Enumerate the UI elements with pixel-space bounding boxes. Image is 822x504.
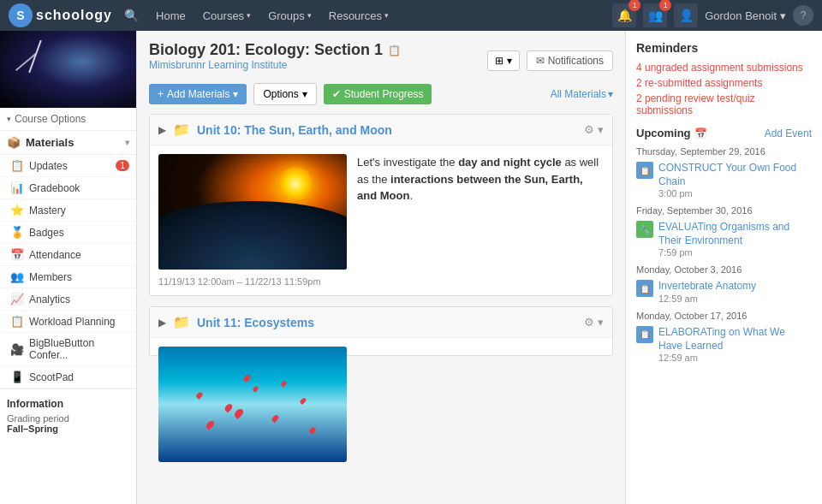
event-invertebrate-title[interactable]: Invertebrate Anatomy: [658, 280, 812, 294]
unit-11-toggle[interactable]: ▶: [158, 317, 166, 329]
top-navigation: S schoology 🔍 Home Courses▾ Groups▾ Reso…: [0, 0, 822, 31]
course-header: Biology 201: Ecology: Section 1 📋 Mimisb…: [149, 41, 613, 80]
workload-icon: 📋: [10, 315, 24, 328]
event-elaborate-title[interactable]: ELABORATing on What We Have Learned: [658, 326, 812, 353]
user-menu-btn[interactable]: Gordon Benoit ▾: [705, 9, 786, 22]
reminder-review[interactable]: 2 pending review test/quiz submissions: [636, 92, 812, 116]
sidebar-item-mastery[interactable]: ⭐ Mastery: [0, 199, 136, 222]
sidebar-item-attendance[interactable]: 📅 Attendance: [0, 244, 136, 266]
copy-icon[interactable]: 📋: [388, 44, 401, 56]
sidebar-information: Information Grading period Fall–Spring: [0, 388, 136, 442]
nav-courses[interactable]: Courses▾: [194, 0, 259, 31]
search-icon[interactable]: 🔍: [124, 9, 139, 22]
event-construct-icon: 📋: [636, 162, 653, 179]
sidebar-item-analytics[interactable]: 📈 Analytics: [0, 288, 136, 311]
sidebar-item-updates[interactable]: 📋 Updates 1: [0, 155, 136, 177]
header-actions: ⊞ ▾ ✉ Notifications: [487, 50, 613, 71]
analytics-icon: 📈: [10, 293, 24, 305]
unit-11-image: [158, 347, 347, 462]
unit-11-header: ▶ 📁 Unit 11: Ecosystems ⚙ ▾: [150, 307, 612, 338]
event-item-evaluate: 🔧 EVALUATing Organisms and Their Environ…: [636, 221, 812, 258]
unit-10-content: Let's investigate the day and night cycl…: [150, 145, 612, 295]
nav-resources[interactable]: Resources▾: [320, 0, 397, 31]
add-materials-label: Add Materials: [167, 88, 229, 100]
event-item-construct: 📋 CONSTRUCT Your Own Food Chain 3:00 pm: [636, 162, 812, 199]
event-invertebrate-details: Invertebrate Anatomy 12:59 am: [658, 280, 812, 304]
unit-10-image: [158, 154, 347, 270]
event-date-sep30: Friday, September 30, 2016: [636, 205, 812, 216]
add-chevron: ▾: [233, 88, 238, 100]
event-date-sep29: Thursday, September 29, 2016: [636, 146, 812, 157]
unit-10-title[interactable]: Unit 10: The Sun, Earth, and Moon: [197, 123, 577, 137]
sidebar-item-workload[interactable]: 📋 Workload Planning: [0, 311, 136, 333]
ocean-visual: [158, 347, 347, 462]
people-icon-btn[interactable]: 👥 1: [643, 3, 667, 27]
sidebar-item-gradebook[interactable]: 📊 Gradebook: [0, 177, 136, 199]
unit-11-section: ▶ 📁 Unit 11: Ecosystems ⚙ ▾: [149, 306, 613, 356]
reminders-panel: Reminders 4 ungraded assignment submissi…: [625, 31, 822, 504]
options-button[interactable]: Options ▾: [253, 83, 316, 105]
earth-arc-decoration: [158, 201, 347, 270]
unit-11-content: [150, 338, 612, 355]
sidebar-item-members[interactable]: 👥 Members: [0, 266, 136, 288]
workload-label: Workload Planning: [29, 316, 116, 328]
materials-section[interactable]: 📦 Materials ▾: [0, 131, 136, 155]
event-construct-time: 3:00 pm: [658, 188, 812, 199]
attendance-icon: 📅: [10, 248, 24, 261]
bigblue-icon: 🎥: [10, 343, 24, 356]
layout-button[interactable]: ⊞ ▾: [487, 50, 519, 71]
user-name: Gordon Benoit: [705, 9, 777, 22]
all-materials-link[interactable]: All Materials ▾: [551, 88, 613, 100]
people-badge: 1: [659, 0, 671, 11]
reminder-ungraded[interactable]: 4 ungraded assignment submissions: [636, 62, 812, 74]
course-options-chevron: ▾: [7, 115, 11, 123]
institute-link[interactable]: Mimisbrunnr Learning Institute: [149, 59, 401, 71]
notifications-icon-btn[interactable]: 🔔 1: [612, 3, 636, 27]
upcoming-header: Upcoming 📅 Add Event: [636, 127, 812, 139]
student-progress-button[interactable]: ✔ Student Progress: [324, 84, 432, 104]
upcoming-title: Upcoming 📅: [636, 127, 707, 139]
add-materials-button[interactable]: + Add Materials ▾: [149, 84, 247, 104]
event-construct-title[interactable]: CONSTRUCT Your Own Food Chain: [658, 162, 812, 188]
sidebar-item-bigbluebutton[interactable]: 🎥 BigBlueButton Confer...: [0, 333, 136, 366]
sidebar-item-badges[interactable]: 🏅 Badges: [0, 222, 136, 244]
add-event-link[interactable]: Add Event: [765, 127, 812, 139]
notifications-icon: ✉: [536, 55, 545, 67]
unit-11-gear[interactable]: ⚙ ▾: [584, 316, 604, 329]
event-elaborate-icon: 📋: [636, 326, 653, 343]
unit-10-toggle[interactable]: ▶: [158, 124, 166, 136]
materials-label: Materials: [26, 136, 74, 149]
help-button[interactable]: ?: [793, 5, 813, 26]
updates-label: Updates: [29, 160, 68, 172]
logo-circle: S: [9, 3, 33, 27]
bigblue-label: BigBlueButton Confer...: [29, 337, 129, 361]
hero-bg: [0, 31, 136, 108]
materials-icon: 📦: [7, 136, 21, 149]
event-evaluate-title[interactable]: EVALUATing Organisms and Their Environme…: [658, 221, 812, 247]
nav-home[interactable]: Home: [147, 0, 194, 31]
sidebar-item-scootpad[interactable]: 📱 ScootPad: [0, 366, 136, 388]
toolbar: + Add Materials ▾ Options ▾ ✔ Student Pr…: [149, 83, 613, 105]
event-date-oct3: Monday, October 3, 2016: [636, 264, 812, 275]
updates-icon: 📋: [10, 159, 24, 172]
notifications-badge: 1: [628, 0, 640, 11]
logo[interactable]: S schoology: [9, 3, 112, 27]
unit-10-gear[interactable]: ⚙ ▾: [584, 123, 604, 136]
gradebook-label: Gradebook: [29, 182, 80, 194]
options-chevron: ▾: [302, 88, 307, 100]
progress-check-icon: ✔: [332, 88, 341, 100]
course-title: Biology 201: Ecology: Section 1 📋: [149, 41, 401, 59]
profile-icon-btn[interactable]: 👤: [674, 3, 698, 27]
scootpad-label: ScootPad: [29, 371, 74, 383]
reminder-resubmitted[interactable]: 2 re-submitted assignments: [636, 77, 812, 89]
logo-text: schoology: [36, 8, 112, 23]
nav-groups[interactable]: Groups▾: [259, 0, 320, 31]
course-options-toggle[interactable]: ▾ Course Options: [0, 108, 136, 131]
fish-decoration: [158, 347, 347, 462]
mastery-label: Mastery: [29, 205, 66, 216]
unit-11-title[interactable]: Unit 11: Ecosystems: [197, 316, 577, 329]
event-elaborate-details: ELABORATing on What We Have Learned 12:5…: [658, 326, 812, 363]
notifications-button[interactable]: ✉ Notifications: [527, 50, 613, 71]
main-layout: ▾ Course Options 📦 Materials ▾ 📋 Updates…: [0, 31, 822, 504]
grading-period-value: Fall–Spring: [7, 424, 129, 434]
